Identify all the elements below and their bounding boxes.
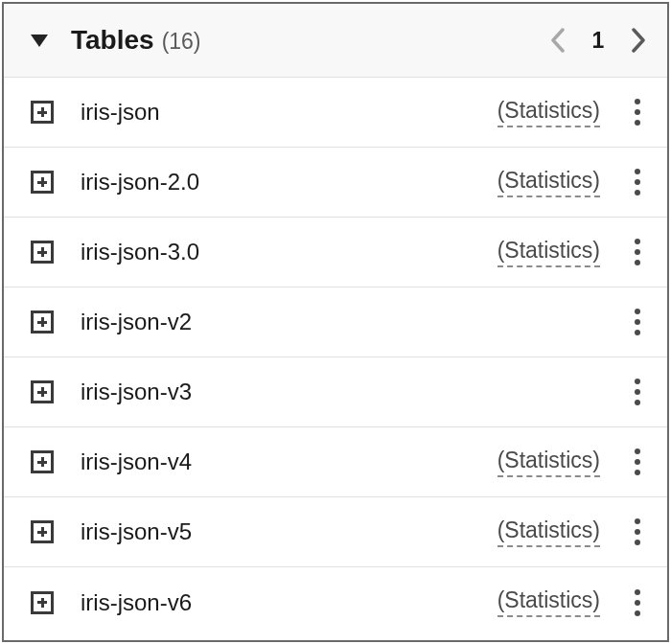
- collapse-caret-icon[interactable]: [31, 34, 48, 47]
- statistics-link[interactable]: (Statistics): [497, 168, 600, 197]
- table-name[interactable]: iris-json: [81, 99, 497, 126]
- more-actions-icon[interactable]: [627, 518, 648, 545]
- table-name[interactable]: iris-json-2.0: [81, 169, 497, 196]
- table-row: iris-json-v2: [4, 288, 667, 357]
- tables-panel: Tables (16) 1 iris-json(Statistics)iris-…: [2, 2, 669, 642]
- more-actions-icon[interactable]: [627, 448, 648, 475]
- expand-plus-icon[interactable]: [31, 310, 54, 334]
- table-name[interactable]: iris-json-v4: [81, 448, 497, 475]
- table-name[interactable]: iris-json-v5: [81, 518, 497, 545]
- tables-header: Tables (16) 1: [4, 4, 667, 78]
- expand-plus-icon[interactable]: [31, 520, 54, 543]
- more-actions-icon[interactable]: [627, 169, 648, 196]
- statistics-link[interactable]: (Statistics): [497, 98, 600, 127]
- next-page-button[interactable]: [631, 28, 646, 53]
- pagination: 1: [550, 28, 646, 54]
- more-actions-icon[interactable]: [627, 379, 648, 405]
- more-actions-icon[interactable]: [627, 589, 648, 616]
- expand-plus-icon[interactable]: [31, 380, 54, 403]
- table-name[interactable]: iris-json-v3: [81, 379, 482, 405]
- more-actions-icon[interactable]: [627, 239, 648, 265]
- table-row: iris-json-v5(Statistics): [4, 497, 667, 567]
- more-actions-icon[interactable]: [627, 309, 648, 335]
- section-count: (16): [162, 29, 201, 55]
- expand-plus-icon[interactable]: [31, 241, 54, 264]
- table-name[interactable]: iris-json-v6: [81, 589, 497, 616]
- table-name[interactable]: iris-json-v2: [81, 309, 482, 335]
- statistics-link[interactable]: (Statistics): [497, 238, 600, 267]
- section-title: Tables: [71, 25, 154, 56]
- table-row: iris-json-v6(Statistics): [4, 567, 667, 637]
- current-page-number: 1: [590, 28, 606, 54]
- statistics-link[interactable]: (Statistics): [497, 518, 600, 547]
- expand-plus-icon[interactable]: [31, 101, 54, 124]
- prev-page-button[interactable]: [550, 28, 566, 53]
- statistics-link[interactable]: (Statistics): [497, 587, 600, 617]
- expand-plus-icon[interactable]: [31, 171, 54, 194]
- expand-plus-icon[interactable]: [31, 591, 54, 614]
- table-row: iris-json-v4(Statistics): [4, 427, 667, 497]
- table-row: iris-json(Statistics): [4, 78, 667, 148]
- more-actions-icon[interactable]: [627, 99, 648, 126]
- table-list: iris-json(Statistics)iris-json-2.0(Stati…: [4, 78, 667, 637]
- table-row: iris-json-2.0(Statistics): [4, 148, 667, 218]
- statistics-link[interactable]: (Statistics): [497, 448, 600, 477]
- table-row: iris-json-v3: [4, 357, 667, 427]
- table-name[interactable]: iris-json-3.0: [81, 239, 497, 265]
- table-row: iris-json-3.0(Statistics): [4, 218, 667, 288]
- title-group: Tables (16): [71, 25, 550, 56]
- expand-plus-icon[interactable]: [31, 450, 54, 473]
